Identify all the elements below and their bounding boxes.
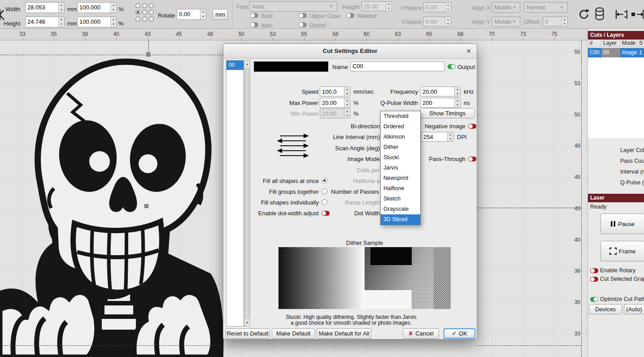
dropdown-option[interactable]: Jarvis	[381, 163, 420, 173]
reset-to-default-button[interactable]: Reset to Default	[226, 328, 270, 339]
halftone-label: Halftone a	[318, 178, 380, 184]
close-icon[interactable]: ✕	[464, 47, 473, 56]
font-select: Arial ▾	[249, 1, 337, 12]
cut-list-scrollbar[interactable]: ▲ ▼	[244, 60, 250, 327]
spinner-buttons[interactable]: ▲▼	[447, 132, 453, 141]
dropdown-option[interactable]: Sketch	[381, 194, 420, 204]
ruler-tick-label: 40	[109, 31, 123, 37]
anchor-point[interactable]	[142, 10, 147, 15]
ruler-tick-label: 48	[567, 143, 580, 149]
cut-list[interactable]: 00	[226, 60, 244, 327]
width-input[interactable]: 28.053 ▲▼	[25, 2, 65, 13]
spinner-buttons[interactable]: ▲▼	[344, 98, 350, 107]
vspace-label: VSpace	[401, 18, 422, 25]
layer-color-swatch[interactable]	[254, 61, 328, 72]
cut-selected-toggle[interactable]	[590, 277, 598, 282]
italic-label: Italic	[261, 22, 273, 29]
fill-groups-radio[interactable]	[322, 188, 327, 194]
speed-input[interactable]: 100.0 ▲▼	[320, 87, 350, 96]
ok-button[interactable]: ✔ OK	[444, 328, 475, 339]
workarea-boundary-mid	[477, 208, 582, 208]
rotate-input[interactable]: 0.00 ▲▼	[177, 9, 206, 20]
jog-left-icon[interactable]	[614, 9, 628, 20]
show-timings-button[interactable]: Show Timings	[420, 108, 474, 118]
anchor-point[interactable]	[149, 17, 154, 22]
anchor-selector[interactable]	[135, 3, 156, 23]
pause-button[interactable]: Pause	[600, 213, 644, 234]
anchor-point[interactable]	[142, 3, 147, 8]
layer-row[interactable]: C00 00 Image 1	[588, 48, 644, 57]
ruler-tick-mark	[241, 38, 242, 40]
frame-button[interactable]: Frame	[600, 241, 644, 261]
cancel-button[interactable]: ✘ Cancel	[403, 328, 439, 339]
ruler-tick-label: 70	[485, 31, 499, 37]
ruler-tick-mark	[148, 38, 148, 40]
max-power-input[interactable]: 20.00 ▲▼	[320, 98, 350, 108]
dropdown-option[interactable]: Newsprint	[381, 173, 420, 183]
vspace-input: 0.00 ▲▼	[423, 17, 451, 26]
dropdown-option[interactable]: Grayscale	[381, 204, 420, 214]
spinner-buttons[interactable]: ▲▼	[344, 87, 350, 96]
scroll-up-icon[interactable]: ▲	[244, 61, 250, 67]
cells-per-inch-label: Cells per	[318, 167, 380, 174]
output-toggle[interactable]	[448, 64, 456, 69]
ruler-tick-mark	[429, 38, 430, 40]
welded-label: Welded	[357, 13, 377, 19]
spinner-buttons[interactable]: ▲▼	[454, 87, 460, 96]
frequency-input[interactable]: 20.00 ▲▼	[420, 87, 461, 96]
dropdown-option[interactable]: 3D Sliced	[381, 214, 420, 225]
ruler-tick-label: 33	[16, 31, 29, 37]
spinner-buttons[interactable]: ▲▼	[200, 9, 206, 19]
devices-button[interactable]: Devices	[589, 304, 622, 314]
min-power-label: Min Power	[273, 110, 318, 117]
anchor-point[interactable]	[135, 17, 140, 22]
selection-handle[interactable]	[144, 204, 148, 208]
anchor-point[interactable]	[135, 3, 140, 8]
auto-position-button[interactable]: (Auto)	[624, 304, 644, 314]
selection-handle[interactable]	[146, 52, 150, 57]
material-library-icon[interactable]	[595, 7, 605, 21]
cut-list-item[interactable]: 00	[226, 61, 244, 70]
anchor-point[interactable]	[135, 10, 140, 15]
make-default-button[interactable]: Make Default	[272, 328, 315, 339]
qpulse-input[interactable]: 200 ▲▼	[420, 98, 461, 108]
spinner-buttons[interactable]: ▲▼	[454, 98, 460, 107]
ruler-tick-label: 68	[454, 31, 467, 37]
dropdown-option[interactable]: Atkinson	[381, 132, 420, 142]
negative-image-toggle[interactable]	[468, 124, 476, 129]
height-input[interactable]: 24.746 ▲▼	[25, 17, 65, 27]
height-scale-input[interactable]: 100.000 ▲▼	[77, 17, 117, 27]
line-interval-label: Line Interval (mm)	[318, 134, 380, 140]
spinner-buttons[interactable]: ▲▼	[58, 17, 64, 27]
pass-through-toggle[interactable]	[468, 157, 476, 161]
spinner-buttons[interactable]: ▲▼	[110, 3, 116, 13]
upper-case-label: Upper Case	[309, 13, 340, 19]
anchor-point[interactable]	[149, 3, 154, 8]
anchor-point[interactable]	[149, 10, 154, 15]
make-default-for-all-button[interactable]: Make Default for All	[317, 328, 371, 339]
optimize-cut-path-toggle[interactable]	[590, 297, 598, 302]
dropdown-option[interactable]: Stucki	[381, 152, 420, 163]
ruler-tick-mark	[523, 38, 523, 40]
spinner-buttons[interactable]: ▲▼	[58, 3, 64, 13]
italic-toggle	[250, 22, 258, 27]
jog-right-icon[interactable]	[631, 9, 644, 20]
dropdown-option[interactable]: Ordered	[381, 122, 420, 132]
sync-icon[interactable]	[578, 8, 590, 21]
image-mode-label: Image Mode	[318, 156, 380, 162]
image-mode-dropdown[interactable]: ThresholdOrderedAtkinsonDitherStuckiJarv…	[380, 111, 421, 225]
anchor-point[interactable]	[142, 17, 147, 22]
units-mm-button[interactable]: mm	[213, 9, 228, 20]
dropdown-option[interactable]: Threshold	[381, 111, 420, 122]
width-scale-input[interactable]: 100.000 ▲▼	[77, 2, 117, 13]
layer-list-empty-area[interactable]	[588, 57, 644, 139]
frequency-label: Frequency	[376, 88, 418, 95]
dpi-input[interactable]: 254 ▲▼	[421, 132, 453, 142]
scroll-thumb[interactable]	[245, 68, 249, 319]
dropdown-option[interactable]: Halftone	[381, 183, 420, 194]
spinner-buttons: ▲▼	[386, 2, 392, 11]
dropdown-option[interactable]: Dither	[381, 142, 420, 152]
name-input[interactable]: C00	[350, 61, 445, 71]
spinner-buttons[interactable]: ▲▼	[110, 17, 116, 27]
enable-rotary-toggle[interactable]	[590, 268, 598, 273]
